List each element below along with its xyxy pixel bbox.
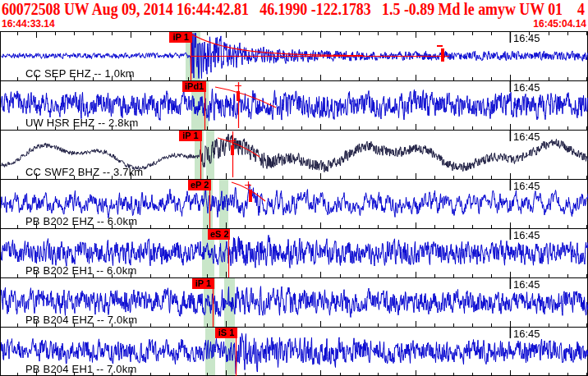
- event-summary-line: 60072508 UW Aug 09, 2014 16:44:42.81 46.…: [2, 0, 585, 19]
- window-start-time: 16:44:33.14: [2, 18, 55, 30]
- minute-tick-label: 16:45: [513, 32, 540, 44]
- trace-panel: iS 1 16:45 PB B204 EH1 -- 7.0km: [1, 327, 587, 376]
- station-channel-label: PB B202 EH1 -- 6.0km: [25, 264, 137, 277]
- station-channel-label: PB B204 EH1 -- 7.0km: [25, 363, 137, 375]
- minute-tick-label: 16:45: [513, 131, 540, 143]
- phase-pick-label[interactable]: iP 1: [192, 278, 214, 289]
- trace-panel: iPd1 16:45 UW HSR EHZ -- 2.8km: [1, 80, 587, 130]
- station-channel-label: CC SWF2 BHZ -- 3.7km: [25, 166, 143, 178]
- trace-panels: iP 1 16:45 CC SEP EHZ -- 1.0km iPd1 16:4…: [0, 31, 588, 376]
- minute-tick-label: 16:45: [513, 81, 540, 94]
- phase-pick-label[interactable]: iP 1: [169, 32, 192, 43]
- trace-panel: iP 1 16:45 CC SEP EHZ -- 1.0km: [1, 31, 587, 80]
- phase-pick-label[interactable]: iS 1: [215, 328, 237, 338]
- station-channel-label: UW HSR EHZ -- 2.8km: [25, 117, 138, 129]
- minute-tick-label: 16:45: [513, 180, 540, 192]
- event-header: 60072508 UW Aug 09, 2014 16:44:42.81 46.…: [0, 0, 588, 31]
- station-channel-label: PB B204 EHZ -- 7.0km: [25, 314, 137, 326]
- station-channel-label: PB B202 EHZ -- 6.0km: [25, 215, 137, 227]
- phase-pick-label[interactable]: iPd1: [182, 81, 206, 92]
- phase-pick-label[interactable]: iP 1: [179, 131, 202, 141]
- trace-panel: eS 2 16:45 PB B202 EH1 -- 6.0km: [1, 228, 587, 277]
- station-channel-label: CC SEP EHZ -- 1.0km: [25, 67, 135, 80]
- seismic-picker-window: 60072508 UW Aug 09, 2014 16:44:42.81 46.…: [0, 0, 588, 376]
- trace-panel: eP 2 16:45 PB B202 EHZ -- 6.0km: [1, 179, 587, 228]
- phase-pick-label[interactable]: eP 2: [188, 180, 211, 190]
- trace-panel: iP 1 16:45 PB B204 EHZ -- 7.0km: [1, 277, 587, 327]
- minute-tick-label: 16:45: [513, 278, 540, 291]
- trace-panel: iP 1 16:45 CC SWF2 BHZ -- 3.7km: [1, 130, 587, 179]
- window-end-time: 16:45:04.14: [533, 18, 586, 30]
- phase-pick-label[interactable]: eS 2: [208, 229, 230, 240]
- minute-tick-label: 16:45: [513, 229, 540, 241]
- minute-tick-label: 16:45: [513, 328, 540, 340]
